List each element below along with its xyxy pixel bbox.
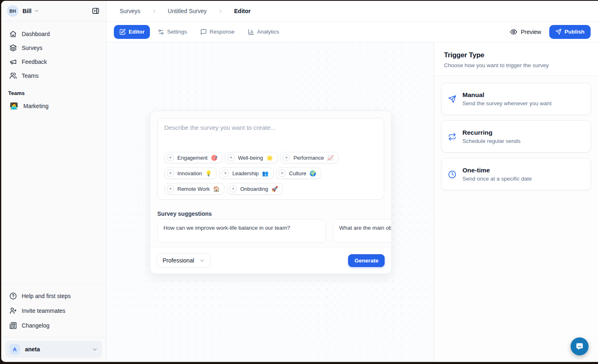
content-area: Describe the survey you want to create..…	[106, 42, 598, 362]
topic-chip-engagement[interactable]: + Engagement 🎯	[164, 152, 222, 163]
plus-icon: +	[227, 154, 235, 161]
publish-button[interactable]: Publish	[549, 25, 591, 39]
plus-icon: +	[279, 170, 286, 177]
trigger-options: Manual Send the survey whenever you want…	[434, 76, 598, 203]
breadcrumb-current-page: Editor	[234, 8, 251, 14]
sidebar-item-surveys[interactable]: Surveys	[6, 41, 101, 55]
sidebar-team-marketing[interactable]: 🧑‍💻 Marketing	[6, 99, 101, 113]
preview-label: Preview	[521, 29, 541, 35]
panel-title: Trigger Type	[444, 51, 588, 59]
plus-icon: +	[167, 185, 174, 192]
generate-button[interactable]: Generate	[348, 254, 385, 267]
option-title: One-time	[462, 167, 532, 174]
chat-launcher-button[interactable]	[571, 337, 589, 355]
option-text: Recurring Schedule regular sends	[462, 129, 521, 144]
dart-emoji-icon: 🎯	[211, 155, 217, 161]
topic-chip-wellbeing[interactable]: + Well-being 🌟	[225, 152, 278, 163]
tone-select[interactable]: Professional	[157, 253, 211, 268]
topic-chip-culture[interactable]: + Culture 🌍	[276, 167, 321, 179]
rocket-emoji-icon: 🚀	[271, 186, 278, 192]
chevron-right-icon	[151, 8, 157, 14]
clock-icon	[448, 170, 456, 179]
sidebar-item-help[interactable]: Help and first steps	[6, 289, 101, 303]
eye-icon	[510, 28, 517, 36]
topic-chip-remote-work[interactable]: + Remote Work 🏠	[164, 183, 224, 194]
newspaper-icon	[9, 322, 17, 329]
sidebar-item-label: Teams	[22, 72, 39, 79]
topic-chip-performance[interactable]: + Performance 📈	[280, 152, 339, 163]
suggestion-card[interactable]: How can we improve work-life balance in …	[157, 219, 326, 243]
account-menu-button[interactable]: A aneta	[5, 341, 102, 358]
workspace-avatar: BH	[7, 5, 18, 17]
app-window: BH Bill Dashboard Surv	[1, 1, 598, 362]
home-icon	[9, 30, 17, 38]
bar-chart-icon	[248, 29, 254, 35]
globe-emoji-icon: 🌍	[310, 171, 316, 176]
tab-analytics[interactable]: Analytics	[242, 25, 285, 39]
sidebar-item-teams[interactable]: Teams	[6, 69, 101, 83]
tab-label: Analytics	[257, 29, 279, 35]
survey-prompt-input[interactable]: Describe the survey you want to create..…	[157, 118, 384, 200]
trigger-option-manual[interactable]: Manual Send the survey whenever you want	[441, 83, 591, 115]
sidebar-item-dashboard[interactable]: Dashboard	[6, 27, 101, 41]
sidebar-item-label: Invite teammates	[22, 307, 66, 314]
chat-bubble-icon	[575, 342, 584, 351]
sidebar-item-feedback[interactable]: Feedback	[6, 55, 101, 69]
editor-tabs: Editor Settings Response	[114, 25, 285, 39]
publish-label: Publish	[564, 29, 584, 35]
plus-icon: +	[167, 170, 174, 177]
trigger-option-one-time[interactable]: One-time Send once at a specific date	[441, 158, 591, 190]
busts-emoji-icon: 👥	[262, 171, 269, 176]
account-name: aneta	[25, 346, 40, 353]
tab-editor[interactable]: Editor	[114, 25, 150, 39]
preview-button[interactable]: Preview	[510, 28, 541, 36]
chevron-down-icon	[34, 8, 39, 14]
chart-emoji-icon: 📈	[327, 155, 334, 161]
editor-canvas[interactable]: Describe the survey you want to create..…	[106, 42, 434, 362]
bulb-emoji-icon: 💡	[205, 171, 212, 176]
sidebar-item-label: Feedback	[22, 59, 47, 65]
breadcrumb-survey-name[interactable]: Untitled Survey	[168, 8, 207, 14]
sidebar-item-label: Dashboard	[22, 31, 50, 37]
panel-collapse-icon	[92, 7, 100, 15]
sidebar-collapse-button[interactable]	[90, 5, 101, 17]
sidebar-item-changelog[interactable]: Changelog	[6, 318, 101, 333]
tab-label: Response	[210, 29, 235, 35]
send-icon	[555, 29, 562, 35]
sidebar-footer: Help and first steps Invite teammates Ch…	[1, 283, 106, 362]
plus-icon: +	[283, 154, 290, 161]
tab-response[interactable]: Response	[195, 25, 240, 39]
suggestions-title: Survey suggestions	[157, 210, 384, 217]
chevron-right-icon	[217, 8, 224, 14]
option-description: Send the survey whenever you want	[462, 100, 552, 106]
workspace-switcher[interactable]: BH Bill	[1, 1, 106, 21]
topic-chip-innovation[interactable]: + Innovation 💡	[164, 167, 217, 179]
message-square-icon	[200, 29, 207, 35]
option-text: Manual Send the survey whenever you want	[462, 91, 552, 106]
breadcrumb-surveys[interactable]: Surveys	[120, 8, 140, 14]
tab-label: Editor	[129, 29, 145, 35]
trigger-option-recurring[interactable]: Recurring Schedule regular sends	[441, 120, 591, 153]
send-icon	[448, 95, 456, 103]
plus-icon: +	[229, 185, 237, 192]
prompt-placeholder: Describe the survey you want to create..…	[164, 124, 377, 131]
topic-chip-onboarding[interactable]: + Onboarding 🚀	[227, 183, 283, 194]
account-avatar: A	[9, 344, 20, 355]
option-title: Recurring	[462, 129, 521, 136]
option-description: Schedule regular sends	[462, 138, 521, 144]
suggestion-card[interactable]: What are the main ob	[333, 219, 391, 243]
star-emoji-icon: 🌟	[266, 155, 273, 161]
edit-pencil-icon	[119, 29, 126, 35]
layers-icon	[9, 44, 17, 52]
breadcrumb: Surveys Untitled Survey Editor	[106, 1, 598, 22]
megaphone-icon	[9, 58, 17, 66]
tab-settings[interactable]: Settings	[152, 25, 193, 39]
plus-icon: +	[222, 170, 229, 177]
option-description: Send once at a specific date	[462, 176, 532, 182]
sidebar-item-invite[interactable]: Invite teammates	[6, 303, 101, 318]
team-label: Marketing	[23, 103, 48, 109]
topic-chips: + Engagement 🎯 + Well-being 🌟 +	[164, 152, 377, 194]
topic-chip-leadership[interactable]: + Leadership 👥	[219, 167, 274, 179]
sidebar-item-label: Surveys	[22, 45, 43, 51]
chevron-down-icon	[199, 258, 205, 264]
